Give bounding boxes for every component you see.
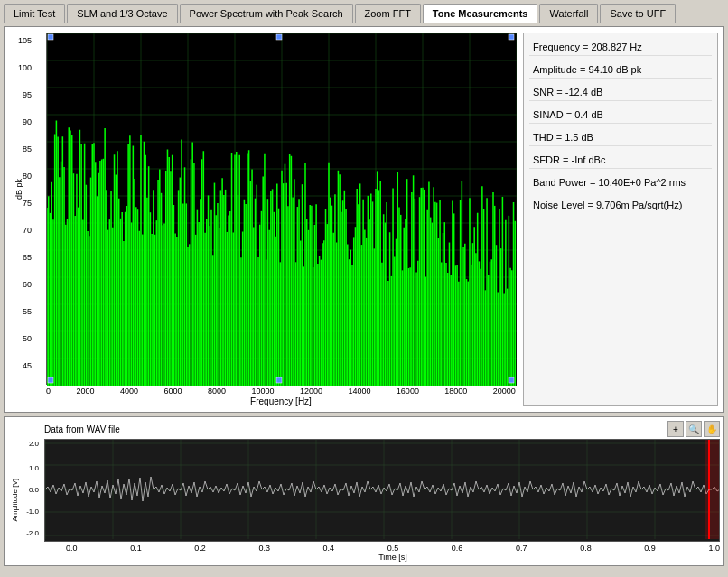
tab-slm[interactable]: SLM and 1/3 Octave [67,4,177,23]
svg-text:70: 70 [23,226,32,235]
x-tick-2000: 2000 [76,386,94,396]
spectrum-chart [46,33,516,385]
pan-button[interactable]: ✋ [704,421,720,437]
stat-amplitude: Amplitude = 94.10 dB pk [529,61,712,79]
svg-rect-339 [48,34,53,40]
x-tick-18000: 18000 [444,386,467,396]
zoom-in-button[interactable]: + [667,421,684,437]
y-axis-label: dB pk [14,179,23,200]
svg-text:60: 60 [23,280,32,289]
y-axis: 105 100 95 90 85 80 75 70 65 60 55 50 45 [10,36,35,388]
waveform-y-axis: 2.0 1.0 0.0 -1.0 -2.0 [21,439,41,538]
svg-text:100: 100 [18,63,32,72]
svg-text:50: 50 [23,334,32,343]
svg-text:75: 75 [23,199,32,208]
tab-bar: Limit Test SLM and 1/3 Octave Power Spec… [0,0,728,23]
waveform-x-tick-02: 0.2 [194,544,206,553]
stat-thd: THD = 1.5 dB [529,129,712,146]
x-axis-labels: 0 2000 4000 6000 8000 10000 12000 14000 … [46,385,516,396]
waveform-x-tick-07: 0.7 [516,544,527,553]
svg-text:95: 95 [23,90,32,99]
plus-icon: + [673,424,678,434]
svg-text:-2.0: -2.0 [26,529,39,537]
zoom-button[interactable]: 🔍 [686,421,702,437]
svg-text:1.0: 1.0 [29,464,40,472]
tab-power-spectrum[interactable]: Power Spectrum with Peak Search [180,4,353,23]
waveform-x-tick-09: 0.9 [644,544,656,553]
waveform-x-tick-06: 0.6 [452,544,463,553]
main-content: 105 100 95 90 85 80 75 70 65 60 55 50 45 [0,23,728,570]
x-tick-10000: 10000 [251,386,274,396]
stat-band-power: Band Power = 10.40E+0 Pa^2 rms [529,174,712,191]
tab-waterfall[interactable]: Waterfall [539,4,598,23]
stat-sfdr: SFDR = -Inf dBc [529,152,712,169]
x-tick-6000: 6000 [163,386,182,396]
svg-rect-368 [705,440,719,539]
bottom-panel-icons: + 🔍 ✋ [667,421,720,437]
svg-rect-342 [48,377,53,383]
x-tick-8000: 8000 [208,386,226,396]
x-tick-14000: 14000 [348,386,370,396]
waveform-x-tick-04: 0.4 [323,544,335,553]
waveform-chart [44,439,720,542]
x-tick-4000: 4000 [120,386,138,396]
tab-limit-test[interactable]: Limit Test [4,4,65,23]
stats-panel: Frequency = 208.827 Hz Amplitude = 94.10… [523,33,718,406]
stat-sinad: SINAD = 0.4 dB [529,107,712,124]
svg-text:105: 105 [18,36,32,45]
x-tick-20000: 20000 [493,386,516,396]
waveform-x-tick-10: 1.0 [708,544,720,553]
svg-text:80: 80 [23,172,32,181]
svg-text:45: 45 [23,361,32,370]
stat-snr: SNR = -12.4 dB [529,84,712,101]
svg-text:-1.0: -1.0 [26,507,39,516]
tab-save[interactable]: Save to UFF [600,4,676,23]
hand-icon: ✋ [706,424,717,434]
svg-text:65: 65 [23,253,32,262]
waveform-x-tick-08: 0.8 [580,544,592,553]
tab-tone-measurements[interactable]: Tone Measurements [423,4,538,23]
waveform-x-labels: 0.0 0.1 0.2 0.3 0.4 0.5 0.6 0.7 0.8 0.9 … [66,544,720,553]
bottom-panel-header: Data from WAV file + 🔍 ✋ [8,421,720,437]
svg-rect-344 [509,377,514,383]
waveform-y-label: Amplitude [V] [11,479,19,522]
svg-text:2.0: 2.0 [29,440,40,448]
stat-noise-level: Noise Level = 9.706m Pa/sqrt(Hz) [529,197,712,213]
svg-text:0.0: 0.0 [29,486,40,494]
waveform-svg [45,440,719,539]
waveform-x-title: Time [s] [66,553,720,562]
bottom-panel-title: Data from WAV file [44,424,120,434]
waveform-x-tick-01: 0.1 [130,544,142,553]
svg-rect-340 [276,34,282,40]
waveform-x-tick-05: 0.5 [387,544,399,553]
svg-text:55: 55 [23,307,32,316]
spectrum-svg [47,33,517,386]
top-panel: 105 100 95 90 85 80 75 70 65 60 55 50 45 [4,26,724,413]
x-tick-0: 0 [46,386,51,396]
bottom-panel: Data from WAV file + 🔍 ✋ Amplitude [V] [4,416,724,566]
svg-rect-341 [509,34,514,40]
svg-text:85: 85 [23,144,32,154]
waveform-container: Amplitude [V] 2.0 1.0 0.0 -1.0 -2.0 [8,439,720,562]
magnifier-icon: 🔍 [688,424,699,434]
stat-frequency: Frequency = 208.827 Hz [529,39,712,56]
tab-zoom-fft[interactable]: Zoom FFT [355,4,421,23]
x-tick-12000: 12000 [300,386,322,396]
waveform-x-tick-0: 0.0 [66,544,78,553]
x-tick-16000: 16000 [397,386,419,396]
svg-text:90: 90 [23,117,32,126]
svg-rect-343 [276,377,282,383]
waveform-x-tick-03: 0.3 [258,544,270,553]
x-axis-title: Frequency [Hz] [46,396,516,406]
